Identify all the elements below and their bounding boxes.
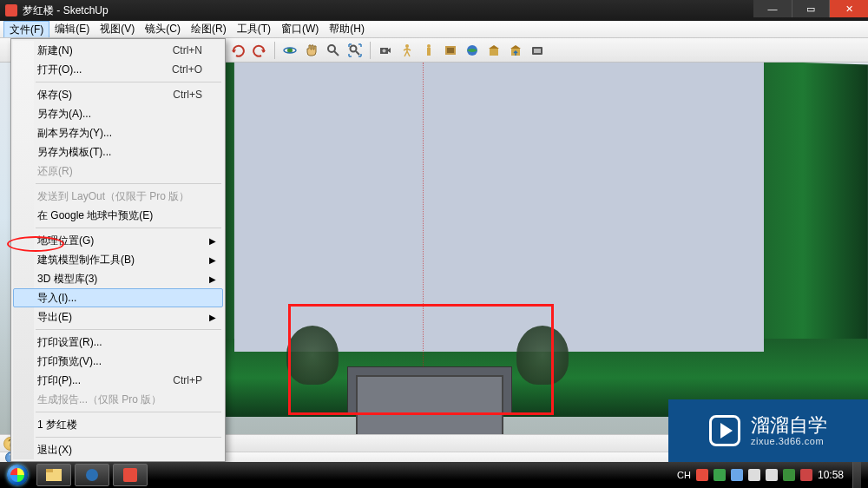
chevron-right-icon: ▶: [209, 236, 216, 246]
window-controls: — ▭ ✕: [753, 0, 868, 17]
look-around-icon[interactable]: [419, 41, 438, 60]
svg-marker-8: [388, 48, 391, 53]
menu-building-maker[interactable]: 建筑模型制作工具(B)▶: [13, 250, 223, 269]
svg-marker-18: [510, 45, 521, 49]
close-button[interactable]: ✕: [830, 0, 868, 17]
svg-point-2: [328, 45, 335, 52]
task-app-1[interactable]: [75, 464, 109, 486]
position-camera-icon[interactable]: [376, 41, 395, 60]
chevron-right-icon: ▶: [209, 255, 216, 265]
menubar: 文件(F) 编辑(E) 视图(V) 镜头(C) 绘图(R) 工具(T) 窗口(W…: [0, 21, 868, 38]
window-title: 梦红楼 - SketchUp: [23, 3, 108, 18]
menu-window[interactable]: 窗口(W): [276, 21, 324, 37]
svg-point-10: [427, 44, 431, 48]
menu-exit[interactable]: 退出(X): [13, 440, 223, 459]
svg-point-4: [351, 45, 357, 51]
system-tray: CH 10:58: [670, 462, 868, 488]
svg-rect-15: [490, 49, 498, 56]
menu-print-setup[interactable]: 打印设置(R)...: [13, 333, 223, 352]
3d-warehouse-icon[interactable]: [484, 41, 503, 60]
menu-separator: [36, 329, 221, 330]
annotation-rectangle: [288, 304, 554, 415]
menu-separator: [36, 228, 221, 228]
chevron-right-icon: ▶: [209, 274, 216, 284]
menu-new[interactable]: 新建(N)Ctrl+N: [13, 41, 223, 60]
network-icon[interactable]: [748, 469, 760, 481]
menu-view[interactable]: 视图(V): [95, 21, 140, 37]
tray-icon[interactable]: [783, 469, 795, 481]
pan-icon[interactable]: [302, 41, 321, 60]
menu-preview-in-googleearth[interactable]: 在 Google 地球中预览(E): [13, 206, 223, 225]
svg-rect-24: [123, 468, 137, 482]
menu-geo-location[interactable]: 地理位置(G)▶: [13, 231, 223, 250]
start-button[interactable]: [0, 462, 35, 488]
menu-import[interactable]: 导入(I)...: [13, 288, 223, 307]
orbit-icon[interactable]: [280, 41, 299, 60]
menu-separator: [36, 412, 221, 412]
zoom-icon[interactable]: [324, 41, 343, 60]
show-desktop-button[interactable]: [852, 462, 861, 488]
walk-icon[interactable]: [398, 41, 417, 60]
svg-point-7: [383, 49, 386, 52]
volume-icon[interactable]: [766, 469, 778, 481]
menu-print-preview[interactable]: 打印预览(V)...: [13, 352, 223, 371]
google-earth-icon[interactable]: [463, 41, 482, 60]
task-explorer[interactable]: [36, 464, 71, 486]
chevron-right-icon: ▶: [209, 313, 216, 322]
svg-rect-20: [534, 49, 541, 53]
zoom-extents-icon[interactable]: [345, 41, 365, 60]
menu-camera[interactable]: 镜头(C): [140, 21, 186, 37]
svg-rect-11: [427, 48, 431, 56]
menu-generate-report: 生成报告...（仅限 Pro 版）: [13, 390, 223, 409]
file-menu-dropdown: 新建(N)Ctrl+N 打开(O)...Ctrl+O 保存(S)Ctrl+S 另…: [10, 38, 226, 462]
windows-taskbar: CH 10:58: [0, 462, 868, 488]
minimize-button[interactable]: —: [753, 0, 792, 17]
menu-export[interactable]: 导出(E)▶: [13, 307, 223, 326]
menu-send-to-layout: 发送到 LayOut（仅限于 Pro 版）: [13, 187, 223, 206]
window-titlebar: 梦红楼 - SketchUp — ▭ ✕: [0, 0, 868, 21]
ime-indicator[interactable]: CH: [677, 470, 691, 480]
play-icon: [709, 415, 740, 446]
menu-recent-file-1[interactable]: 1 梦红楼: [13, 415, 223, 434]
toolbar-separator: [370, 42, 371, 59]
menu-separator: [36, 437, 221, 438]
menu-edit[interactable]: 编辑(E): [49, 21, 95, 37]
upload-icon[interactable]: [506, 41, 525, 60]
watermark-subtitle: zixue.3d66.com: [751, 436, 827, 446]
windows-orb-icon: [7, 465, 28, 485]
menu-tools[interactable]: 工具(T): [232, 21, 276, 37]
menu-draw[interactable]: 绘图(R): [186, 21, 232, 37]
tray-icon[interactable]: [800, 469, 812, 481]
menu-separator: [36, 183, 221, 184]
menu-3d-warehouse[interactable]: 3D 模型库(3)▶: [13, 269, 223, 288]
taskbar-clock[interactable]: 10:58: [818, 470, 847, 480]
maximize-button[interactable]: ▭: [792, 0, 830, 17]
task-sketchup[interactable]: [113, 464, 148, 486]
menu-open[interactable]: 打开(O)...Ctrl+O: [13, 60, 223, 79]
tray-icon[interactable]: [713, 469, 726, 481]
svg-line-5: [356, 51, 359, 55]
app-icon: [5, 4, 17, 16]
menu-revert: 还原(R): [13, 162, 223, 181]
redo-icon[interactable]: [250, 41, 269, 60]
svg-marker-16: [489, 45, 499, 49]
undo-icon[interactable]: [228, 41, 247, 60]
watermark-overlay: 溜溜自学 zixue.3d66.com: [668, 399, 868, 462]
svg-line-3: [334, 51, 339, 56]
menu-save[interactable]: 保存(S)Ctrl+S: [13, 85, 223, 104]
menu-help[interactable]: 帮助(H): [324, 21, 370, 37]
tray-icon[interactable]: [696, 469, 708, 481]
menu-separator: [36, 82, 221, 82]
svg-point-9: [405, 44, 409, 48]
menu-save-copy-as[interactable]: 副本另存为(Y)...: [13, 123, 223, 142]
svg-rect-22: [46, 469, 53, 472]
section-icon[interactable]: [441, 41, 460, 60]
tray-icon[interactable]: [731, 469, 743, 481]
toolbar-separator: [274, 42, 275, 59]
menu-save-as-template[interactable]: 另存为模板(T)...: [13, 142, 223, 162]
menu-file[interactable]: 文件(F): [3, 21, 49, 37]
menu-print[interactable]: 打印(P)...Ctrl+P: [13, 371, 223, 390]
extensions-icon[interactable]: [528, 41, 547, 60]
menu-save-as[interactable]: 另存为(A)...: [13, 104, 223, 123]
svg-rect-13: [447, 48, 454, 53]
